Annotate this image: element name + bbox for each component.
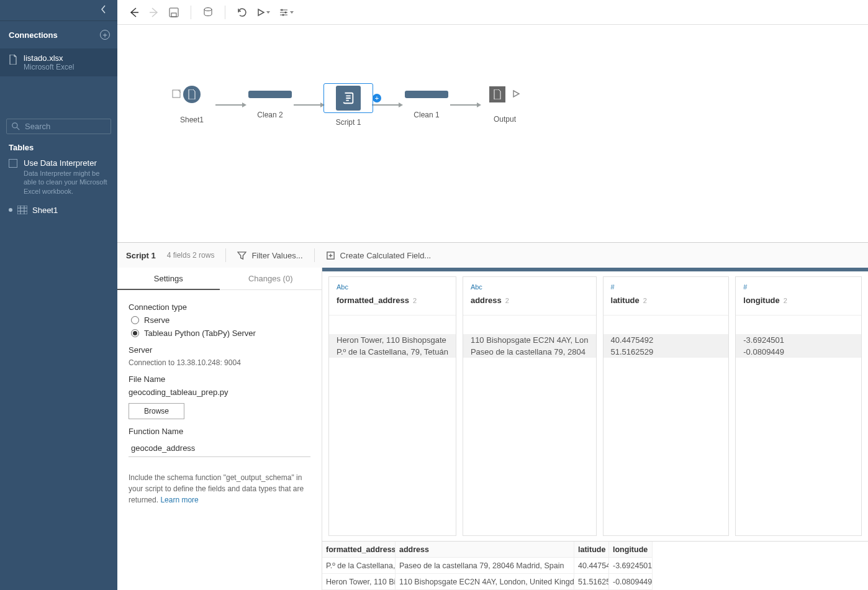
svg-point-13 [281,9,283,11]
column-cell: 110 Bishopsgate EC2N 4AY, Lon [463,334,596,346]
data-table: formatted_addressaddresslatitudelongitud… [322,541,868,590]
connection-type-label: Connection type [129,302,310,312]
column-type: Abc [471,283,589,291]
table-header-cell: longitude [609,542,653,558]
schema-note: Include the schema function "get_output_… [129,472,310,506]
sidebar: Connections + listado.xlsx Microsoft Exc… [0,0,117,590]
create-calc-field-button[interactable]: Create Calculated Field... [326,251,432,260]
bottom-panel: Script 1 4 fields 2 rows Filter Values..… [117,242,868,590]
flow-node-sheet1[interactable]: Sheet1 [167,86,217,124]
file-icon [9,55,17,65]
svg-point-15 [283,14,284,16]
column-card[interactable]: Abcformatted_address2Heron Tower, 110 Bi… [328,276,456,536]
file-label: File Name [129,374,310,384]
table-cell: Heron Tower, 110 Bis [322,574,396,590]
interpreter-desc: Data Interpreter might be able to clean … [24,169,109,196]
column-type: # [611,283,721,291]
browse-button[interactable]: Browse [129,403,184,419]
radio-tabpy[interactable]: Tableau Python (TabPy) Server [131,329,310,338]
interpreter-checkbox[interactable] [9,159,17,168]
filter-values-button[interactable]: Filter Values... [237,251,302,260]
table-cell: 40.44754 [574,558,609,574]
column-name: latitude [611,296,640,305]
table-cell: Paseo de la castellana 79, 28046 Madrid,… [396,558,574,574]
run-button[interactable] [256,8,270,17]
connection-file-name: listado.xlsx [24,53,109,63]
flow-node-clean1[interactable]: Clean 1 [402,91,451,119]
node-label: Output [494,115,516,124]
flow-node-script1[interactable]: + Script 1 [323,83,373,127]
column-type: Abc [337,283,448,291]
column-cell: 51.5162529 [604,346,729,358]
table-row[interactable]: Heron Tower, 110 Bis110 Bishopsgate EC2N… [322,574,868,590]
tab-changes[interactable]: Changes (0) [220,268,322,290]
add-step-icon[interactable]: + [373,94,381,102]
table-item-label: Sheet1 [32,206,58,215]
table-row[interactable]: P.º de la Castellana, 7Paseo de la caste… [322,558,868,574]
panel-title: Script 1 [126,251,156,260]
node-label: Clean 2 [257,111,283,119]
file-value: geocoding_tableau_prep.py [129,388,310,397]
column-card[interactable]: #longitude2-3.6924501-0.0809449 [735,276,862,536]
learn-more-link[interactable]: Learn more [160,496,198,504]
filter-icon [237,251,246,260]
script-icon [341,91,355,105]
save-button[interactable] [168,7,179,18]
search-input[interactable]: Search [6,119,111,134]
table-cell: 110 Bishopsgate EC2N 4AY, London, United… [396,574,574,590]
table-cell: P.º de la Castellana, 7 [322,558,396,574]
svg-rect-7 [170,8,178,17]
node-label: Clean 1 [414,111,439,119]
sidebar-collapse-bar [0,0,117,21]
table-header-cell: address [396,542,574,558]
flow-node-clean2[interactable]: Clean 2 [245,91,295,119]
column-cell: Paseo de la castellana 79, 2804 [463,346,596,358]
data-preview: Abcformatted_address2Heron Tower, 110 Bi… [322,268,868,590]
tab-settings[interactable]: Settings [117,268,220,290]
forward-button[interactable] [148,7,160,18]
calc-icon [326,251,335,260]
column-cell: P.º de la Castellana, 79, Tetuán [329,346,456,358]
collapse-icon[interactable] [101,5,106,16]
add-connection-icon[interactable]: + [100,30,110,40]
node-label: Sheet1 [180,116,204,124]
search-placeholder: Search [25,122,50,131]
svg-point-9 [204,7,212,11]
refresh-button[interactable] [237,7,248,18]
connection-item[interactable]: listado.xlsx Microsoft Excel [0,48,117,76]
column-card[interactable]: Abcaddress2110 Bishopsgate EC2N 4AY, Lon… [463,276,597,536]
radio-rserve[interactable]: Rserve [131,315,310,325]
column-count: 2 [505,297,509,304]
svg-rect-8 [171,13,176,17]
column-name: address [471,296,502,305]
column-type: # [743,283,854,291]
sheet-icon [188,89,196,99]
table-item[interactable]: Sheet1 [0,203,117,217]
node-label: Script 1 [336,118,361,127]
connection-icon [172,89,181,100]
run-output-icon[interactable] [512,89,520,100]
column-cell: -3.6924501 [736,334,861,346]
column-cell: Heron Tower, 110 Bishopsgate [329,334,456,346]
column-count: 2 [784,297,787,304]
toolbar [117,0,868,25]
column-cell: -0.0809449 [736,346,861,358]
column-card[interactable]: #latitude240.447549251.5162529 [603,276,730,536]
server-label: Server [129,345,310,355]
interpreter-block: Use Data Interpreter Data Interpreter mi… [0,158,117,203]
connection-file-type: Microsoft Excel [24,63,109,71]
bullet-icon [9,208,12,212]
settings-button[interactable] [279,7,294,17]
function-name-input[interactable]: geocode_address [129,440,310,457]
flow-node-output[interactable]: Output [480,86,530,124]
table-cell: -0.0809449 [609,574,653,590]
svg-point-0 [12,123,17,128]
data-button[interactable] [202,7,214,18]
function-name-label: Function Name [129,427,310,436]
panel-header: Script 1 4 fields 2 rows Filter Values..… [117,243,868,268]
column-cell: 40.4475492 [604,334,729,346]
flow-canvas[interactable]: Sheet1 Clean 2 + Script 1 [117,25,868,242]
output-icon [493,89,502,99]
table-icon [17,206,27,214]
back-button[interactable] [129,7,140,18]
